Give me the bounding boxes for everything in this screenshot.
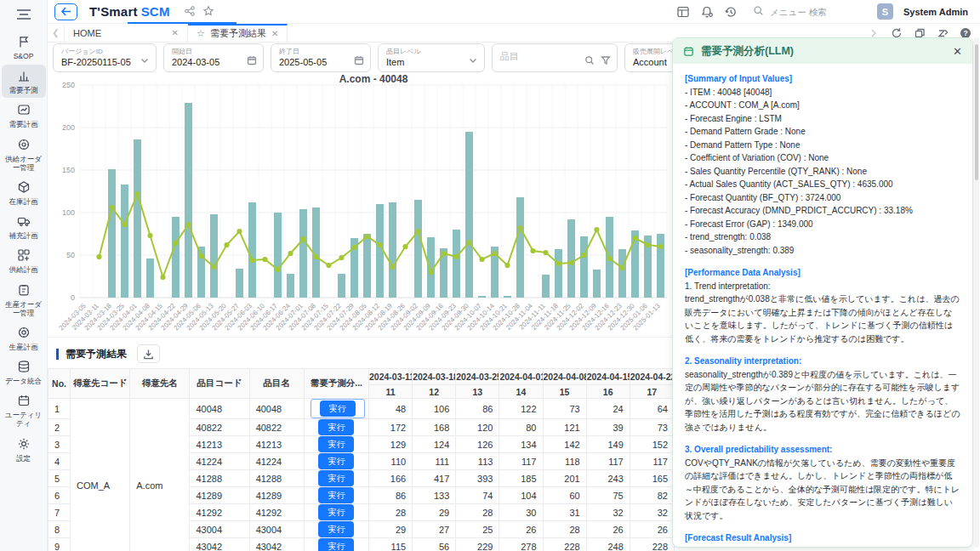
sidebar-item-grid-plus[interactable]: 供給計画 <box>2 244 46 277</box>
calendar-icon[interactable] <box>247 55 257 65</box>
sidebar: S&OP需要予測需要計画供給オーダー管理在庫計画補充計画供給計画生産オーダー管理… <box>0 0 48 551</box>
search-icon <box>753 5 764 18</box>
llm-panel-body: [Summary of Input Values]- ITEM : 40048 … <box>673 64 972 547</box>
run-analysis-button[interactable]: 実行 <box>318 521 354 537</box>
forecast-value-cell: 124 <box>413 436 456 453</box>
bar-2024-05-13 <box>210 214 218 298</box>
bar-2024-11-18 <box>555 249 562 298</box>
sidebar-item-order-gear[interactable]: 供給オーダー管理 <box>2 133 46 175</box>
chevron-down-icon[interactable] <box>140 55 150 65</box>
back-button[interactable] <box>54 3 77 20</box>
item-level-select[interactable]: 品目レベルItem <box>378 43 485 72</box>
tab-home[interactable]: HOME✕ <box>65 24 188 42</box>
app-window: S&OP需要予測需要計画供給オーダー管理在庫計画補充計画供給計画生産オーダー管理… <box>0 0 980 551</box>
spreadsheet-icon[interactable] <box>676 5 690 19</box>
forecast-value-cell: 122 <box>499 399 543 419</box>
forecast-value-cell: 134 <box>499 436 543 453</box>
run-analysis-button[interactable]: 実行 <box>318 487 354 503</box>
bar-2024-10-28 <box>516 197 524 298</box>
forecast-value-cell: 149 <box>586 436 630 453</box>
user-avatar[interactable]: S <box>877 3 893 20</box>
sidebar-item-clipboard[interactable]: 生産オーダー管理 <box>2 279 46 321</box>
sidebar-item-database[interactable]: データ統合 <box>2 355 46 389</box>
forecast-value-cell: 39 <box>586 419 630 436</box>
point-2024-07-22 <box>339 255 344 260</box>
forecast-value-cell: 73 <box>630 419 674 436</box>
chevron-down-icon[interactable] <box>468 55 478 65</box>
menu-burger-icon[interactable] <box>15 7 32 22</box>
point-2024-12-16 <box>607 256 612 261</box>
point-2024-08-26 <box>402 244 407 249</box>
sidebar-item-bar-chart[interactable]: 需要予測 <box>2 65 46 98</box>
forecast-chart-svg: 0501001502002502024-03-052024-03-112024-… <box>48 73 675 337</box>
forecast-value-cell: 28 <box>456 504 499 521</box>
point-2024-06-24 <box>288 251 293 256</box>
run-analysis-button[interactable]: 実行 <box>320 400 356 417</box>
forecast-value-cell: 28 <box>369 504 413 521</box>
analysis-section-heading: [Forecast Result Analysis] <box>685 531 960 545</box>
user-name[interactable]: System Admin <box>903 7 968 17</box>
run-analysis-button[interactable]: 実行 <box>318 504 354 520</box>
end-date-field[interactable]: 終了日2025-05-05 <box>271 43 371 72</box>
logo-primary: T'Smart <box>89 4 138 19</box>
share-nodes-icon[interactable] <box>184 5 196 19</box>
date-column-header: 2024-03-25 <box>456 369 499 385</box>
action-cell: 実行 <box>304 504 368 521</box>
tabs-scroll-left-icon[interactable]: ❮ <box>48 24 65 42</box>
analysis-text: - ACCOUNT : COM_A [A.com] <box>685 99 960 112</box>
panel-scrollbar[interactable] <box>974 37 979 548</box>
forecast-value-cell: 56 <box>413 538 456 551</box>
tab-close-icon[interactable]: ✕ <box>172 28 179 37</box>
forecast-chart: 0501001502002502024-03-052024-03-112024-… <box>48 73 675 337</box>
analysis-text: trend_strengthが0.038と非常に低い値を示しています。これは、過… <box>685 293 960 345</box>
tab-star-icon[interactable]: ☆ <box>197 28 205 39</box>
week-number-header: 12 <box>413 385 456 399</box>
favorite-star-icon[interactable] <box>202 5 214 19</box>
bar-2024-10-07 <box>478 296 486 298</box>
sidebar-item-trend-box[interactable]: 需要計画 <box>2 99 46 132</box>
tab-close-icon[interactable]: ✕ <box>271 29 278 38</box>
forecast-value-cell: 75 <box>586 487 630 504</box>
history-clock-icon[interactable] <box>724 5 738 19</box>
download-button[interactable] <box>137 344 160 363</box>
row-number: 7 <box>48 504 71 521</box>
sidebar-item-gear[interactable]: 設定 <box>2 433 46 466</box>
item-name-cell: 43042 <box>249 538 304 551</box>
sidebar-item-gear-circle[interactable]: 生産計画 <box>2 321 46 355</box>
search-filter-icon[interactable] <box>584 55 611 65</box>
date-column-header: 2024-03-18 <box>413 369 456 385</box>
close-icon[interactable]: ✕ <box>953 46 962 57</box>
date-column-header: 2024-04-15 <box>586 369 630 385</box>
run-analysis-button[interactable]: 実行 <box>318 453 354 469</box>
forecast-value-cell: 243 <box>586 470 630 487</box>
table-row[interactable]: 1COM_AA.com4004840048実行4810686122732464 <box>48 399 675 419</box>
point-2024-11-11 <box>543 250 548 255</box>
panel-scrollbar-thumb[interactable] <box>975 44 978 180</box>
forecast-value-cell: 32 <box>630 504 674 521</box>
forecast-value-cell: 118 <box>543 453 586 470</box>
week-number-header: 15 <box>543 385 586 399</box>
sidebar-item-calendar[interactable]: ユーティリティ <box>2 389 46 431</box>
bar-2024-11-25 <box>567 219 575 298</box>
forecast-value-cell: 73 <box>543 399 586 419</box>
tab-forecast-result[interactable]: ☆需要予測結果✕ <box>188 24 288 42</box>
version-select[interactable]: バージョンIDBF-20250115-05 <box>53 43 157 72</box>
run-analysis-button[interactable]: 実行 <box>318 419 354 435</box>
table-body: 1COM_AA.com4004840048実行48106861227324642… <box>48 399 675 551</box>
sidebar-item-box[interactable]: 在庫計画 <box>2 176 46 209</box>
point-2024-04-01 <box>134 191 140 196</box>
field-value: Item <box>386 57 404 67</box>
run-analysis-button[interactable]: 実行 <box>318 470 354 486</box>
logo-accent: SCM <box>141 4 170 19</box>
notification-bell-icon[interactable] <box>700 5 714 19</box>
run-analysis-button[interactable]: 実行 <box>318 538 354 551</box>
item-search-field[interactable]: 品目 <box>492 43 618 72</box>
calendar-icon[interactable] <box>354 55 364 65</box>
run-analysis-button[interactable]: 実行 <box>318 436 354 452</box>
menu-search-input[interactable] <box>770 7 855 17</box>
forecast-value-cell: 31 <box>543 504 586 521</box>
sidebar-item-flag[interactable]: S&OP <box>2 31 46 64</box>
sidebar-item-truck[interactable]: 補充計画 <box>2 210 46 243</box>
bar-2024-03-18 <box>108 169 116 298</box>
start-date-field[interactable]: 開始日2024-03-05 <box>163 43 264 72</box>
